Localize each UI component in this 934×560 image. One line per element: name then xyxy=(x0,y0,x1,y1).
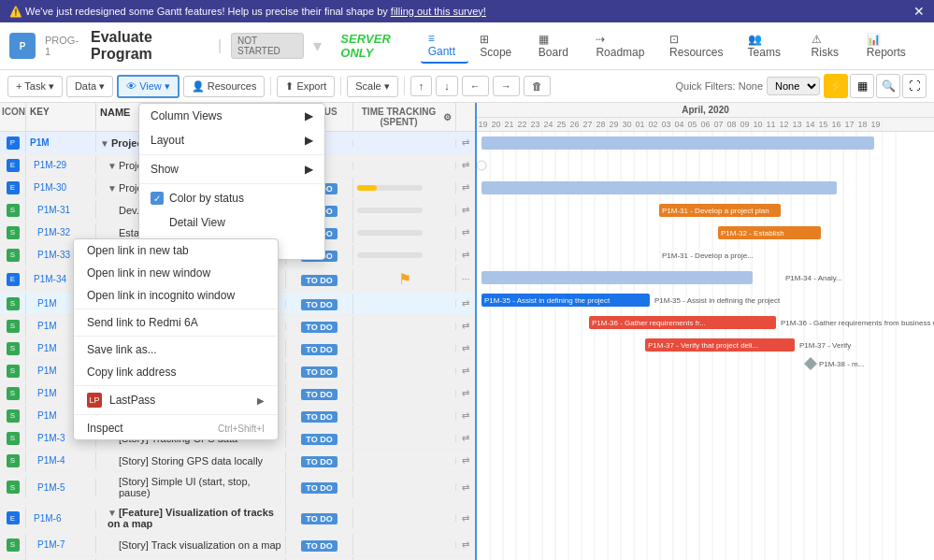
tab-teams[interactable]: 👥 Teams xyxy=(740,29,800,63)
expand-icon[interactable]: ▼ xyxy=(108,161,117,171)
row-arrow-icon[interactable]: ⇄ xyxy=(462,250,469,260)
row-actions-cell: ··· xyxy=(456,270,475,288)
filter-table-button[interactable]: ▦ xyxy=(850,74,874,98)
gantt-day: 09 xyxy=(739,118,752,131)
ctx-save-link[interactable]: Save link as... xyxy=(74,338,278,361)
table-row[interactable]: S P1M-4 [Story] Storing GPS data locally… xyxy=(0,450,475,472)
ctx-copy-link[interactable]: Copy link address xyxy=(74,361,278,383)
row-status-cell: TO DO xyxy=(286,361,353,381)
filter-expand-button[interactable]: ⛶ xyxy=(902,74,927,98)
row-actions-cell: ⇄ xyxy=(456,294,475,312)
row-time-cell: ⚑ xyxy=(353,266,456,292)
gantt-day: 27 xyxy=(582,118,595,131)
arrow-right-button[interactable]: → xyxy=(493,76,520,96)
ctx-open-new-window[interactable]: Open link in new window xyxy=(74,262,278,284)
row-arrow-icon[interactable]: ⇄ xyxy=(462,321,469,331)
time-settings-icon[interactable]: ⚙ xyxy=(443,112,452,122)
row-arrow-icon[interactable]: ⇄ xyxy=(462,366,469,376)
row-arrow-icon[interactable]: ⇄ xyxy=(462,160,469,170)
gantt-header: April, 2020 19 20 21 22 23 24 25 26 27 2… xyxy=(477,103,934,132)
arrow-left-button[interactable]: ← xyxy=(462,76,489,96)
task-button[interactable]: + Task ▾ xyxy=(7,76,63,97)
tab-gantt[interactable]: ≡ Gantt xyxy=(421,28,469,64)
task-type-icon: S xyxy=(7,387,20,400)
tab-risks[interactable]: ⚠ Risks xyxy=(804,29,855,63)
arrow-down-button[interactable]: ↓ xyxy=(436,76,458,96)
export-btn-label: Export xyxy=(296,80,326,92)
row-time-cell xyxy=(353,139,456,147)
data-button[interactable]: Data ▾ xyxy=(66,76,113,97)
flag-icon: ⚑ xyxy=(398,271,411,287)
row-arrow-icon[interactable]: ⇄ xyxy=(462,343,469,353)
gantt-day: 11 xyxy=(765,118,778,131)
view-dropdown-column-views[interactable]: Column Views ▶ xyxy=(139,104,324,128)
expand-icon[interactable]: ▼ xyxy=(108,508,117,518)
ellipsis-icon[interactable]: ··· xyxy=(462,274,469,284)
table-row[interactable]: S P1M-7 [Story] Track visualization on a… xyxy=(0,534,475,556)
gantt-bar-p1m[interactable] xyxy=(481,136,874,150)
gantt-body: P1M-31 - Develop a project plan P1M-32 -… xyxy=(477,132,934,560)
ctx-open-incognito[interactable]: Open link in incognito window xyxy=(74,284,278,307)
arrow-up-button[interactable]: ↑ xyxy=(410,76,433,96)
row-actions-cell: ⇄ xyxy=(456,452,475,469)
task-btn-label: + Task xyxy=(16,80,46,92)
view-dropdown-layout[interactable]: Layout ▶ xyxy=(139,128,324,152)
table-row[interactable]: S P1M-5 [Story] Simple UI (start, stop, … xyxy=(0,472,475,503)
expand-icon[interactable]: ▼ xyxy=(100,138,109,149)
filter-lightning-button[interactable]: ⚡ xyxy=(824,74,848,98)
ctx-inspect[interactable]: Inspect Ctrl+Shift+I xyxy=(74,417,278,439)
resources-btn-icon: 👤 xyxy=(192,80,205,93)
row-arrow-icon[interactable]: ⇄ xyxy=(462,388,469,398)
row-arrow-icon[interactable]: ⇄ xyxy=(462,205,469,215)
table-row[interactable]: E P1M-8 ▼[Feature] Training log TO DO ⇄ xyxy=(0,556,475,560)
gantt-bar-p1m30[interactable] xyxy=(481,181,837,194)
gantt-bar-label-p1m31: P1M-31 - Develop a project plan xyxy=(662,207,769,215)
task-dropdown-arrow[interactable]: ▾ xyxy=(49,80,54,93)
banner-close-button[interactable]: ✕ xyxy=(913,4,925,19)
top-banner: ⚠️ We've just redesigned some Gantt feat… xyxy=(0,0,934,22)
export-button[interactable]: ⬆ Export xyxy=(277,76,335,97)
tab-resources[interactable]: ⊡ Resources xyxy=(662,29,736,63)
row-arrow-icon[interactable]: ⇄ xyxy=(462,410,469,421)
row-actions-cell: ⇄ xyxy=(456,134,475,151)
scale-button[interactable]: Scale ▾ xyxy=(347,76,398,97)
row-time-cell xyxy=(353,367,456,375)
table-row[interactable]: E P1M-6 ▼[Feature] Visualization of trac… xyxy=(0,503,475,534)
row-arrow-icon[interactable]: ⇄ xyxy=(462,182,469,193)
status-badge: TO DO xyxy=(301,366,337,378)
ctx-open-new-tab[interactable]: Open link in new tab xyxy=(74,239,278,262)
view-dropdown-detail-view[interactable]: Detail View xyxy=(139,210,324,235)
row-arrow-icon[interactable]: ⇄ xyxy=(462,482,469,493)
gantt-bar-p1m34[interactable] xyxy=(481,271,753,284)
row-arrow-icon[interactable]: ⇄ xyxy=(462,433,469,443)
tab-board[interactable]: ▦ Board xyxy=(531,29,585,63)
tab-roadmap[interactable]: ⇢ Roadmap xyxy=(588,29,658,63)
ctx-item-label: Inspect xyxy=(87,422,123,435)
row-arrow-icon[interactable]: ⇄ xyxy=(462,513,469,524)
ctx-lastpass[interactable]: LP LastPass ▶ xyxy=(74,388,278,412)
project-status-badge[interactable]: NOT STARTED xyxy=(231,33,304,59)
row-arrow-icon[interactable]: ⇄ xyxy=(462,227,469,237)
row-arrow-icon[interactable]: ⇄ xyxy=(462,455,469,466)
resources-button[interactable]: 👤 Resources xyxy=(183,76,266,97)
gantt-day: 14 xyxy=(804,118,817,131)
row-arrow-icon[interactable]: ⇄ xyxy=(462,539,469,550)
quick-filter-select[interactable]: None xyxy=(767,77,820,95)
view-button[interactable]: 👁 View ▾ xyxy=(117,75,180,98)
row-arrow-icon[interactable]: ⇄ xyxy=(462,137,469,148)
row-arrow-icon[interactable]: ⇄ xyxy=(462,298,469,309)
status-badge: TO DO xyxy=(301,540,337,552)
row-name-cell: ▼[Feature] Visualization of tracks on a … xyxy=(96,503,286,533)
banner-link[interactable]: filling out this survey! xyxy=(391,6,486,17)
delete-button[interactable]: 🗑 xyxy=(524,76,551,96)
ctx-send-to-device[interactable]: Send link to Redmi 6A xyxy=(74,311,278,334)
tab-scope[interactable]: ⊞ Scope xyxy=(472,29,527,63)
view-dropdown-color-status[interactable]: ✓ Color by status xyxy=(139,186,324,210)
expand-icon[interactable]: ▼ xyxy=(108,183,117,194)
tab-reports[interactable]: 📊 Reports xyxy=(859,29,925,63)
dropdown-arrow[interactable]: ▾ xyxy=(313,36,322,56)
view-dropdown-show[interactable]: Show ▶ xyxy=(139,157,324,181)
filter-search-button[interactable]: 🔍 xyxy=(876,74,900,98)
row-status-cell: TO DO xyxy=(286,477,353,497)
header: P PROG-1 Evaluate Program | NOT STARTED … xyxy=(0,22,934,70)
